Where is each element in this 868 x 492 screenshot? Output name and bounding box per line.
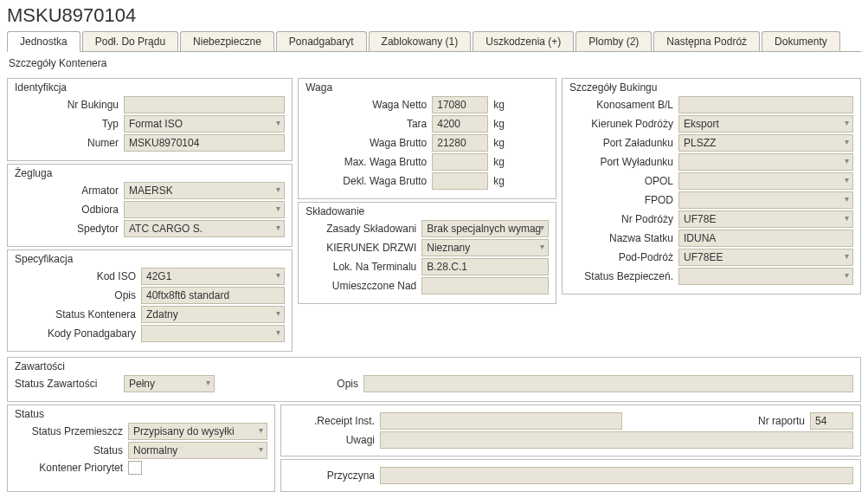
unit-kg: kg xyxy=(493,99,519,111)
opis-zawartosci-label: Opis xyxy=(220,378,358,390)
armator-label: Armator xyxy=(15,184,119,197)
nazwa-statku-field[interactable]: IDUNA xyxy=(678,230,853,247)
lok-terminalu-label: Lok. Na Terminalu xyxy=(305,261,416,273)
status-bezp-label: Status Bezpieczeń. xyxy=(569,270,673,282)
opis-label: Opis xyxy=(15,289,136,301)
nr-raportu-field[interactable]: 54 xyxy=(810,412,853,430)
pod-podroz-label: Pod-Podróż xyxy=(569,251,673,263)
bukingu-group: Szczegóły Bukingu Konosament B/L Kierune… xyxy=(562,78,861,295)
tab-nastepna-podroz[interactable]: Następna Podróż xyxy=(653,31,760,51)
specyfikacja-group: Specyfikacja Kod ISO 42G1 Opis 40ftx8ft6… xyxy=(7,249,293,352)
zegluga-group: Żegluga Armator MAERSK Odbiora Spedytor … xyxy=(7,164,293,247)
tab-ponadgabaryt[interactable]: Ponadgabaryt xyxy=(276,31,367,51)
nr-podrozy-label: Nr Podróży xyxy=(569,213,673,225)
max-waga-brutto-field[interactable] xyxy=(432,153,488,171)
konosament-label: Konosament B/L xyxy=(569,99,673,111)
konosament-field[interactable] xyxy=(678,96,853,113)
nazwa-statku-label: Nazwa Statku xyxy=(569,232,673,244)
armator-field[interactable]: MAERSK xyxy=(124,182,285,199)
skladowanie-group: Składowanie Zasady Składowani Brak specj… xyxy=(298,202,556,304)
zasady-label: Zasady Składowani xyxy=(305,223,416,235)
status-group: Status Status PrzemieszczPrzypisany do w… xyxy=(7,405,275,492)
kierunek-drzwi-select[interactable]: Nieznany xyxy=(421,239,549,256)
status-przemieszcz-label: Status Przemieszcz xyxy=(15,425,123,437)
zawartosci-group: Zawartości Status Zawartości Pełny Opis xyxy=(7,357,861,402)
waga-group: Waga Waga Netto 17080 kg Tara 4200 kg Wa… xyxy=(298,78,556,199)
identyfikcja-group: Identyfikcja Nr Bukingu Typ Format ISO N… xyxy=(7,78,293,161)
waga-brutto-label: Waga Brutto xyxy=(305,137,427,149)
spedytor-field[interactable]: ATC CARGO S. xyxy=(124,220,285,237)
bukingu-title: Szczegóły Bukingu xyxy=(569,81,853,94)
status-kontenera-select[interactable]: Zdatny xyxy=(141,306,285,323)
specyfikacja-title: Specyfikacja xyxy=(15,253,285,265)
typ-select[interactable]: Format ISO xyxy=(124,115,285,133)
tab-dokumenty[interactable]: Dokumenty xyxy=(762,31,840,51)
uwagi-label: Uwagi xyxy=(288,434,375,446)
status-zawartosci-select[interactable]: Pełny xyxy=(124,375,215,392)
status-kontenera-label: Status Kontenera xyxy=(15,308,136,320)
port-zaladunku-field[interactable]: PLSZZ xyxy=(678,134,853,152)
tara-label: Tara xyxy=(305,118,427,130)
page-title: MSKU8970104 xyxy=(0,0,868,31)
receipt-inst-label: .Receipt Inst. xyxy=(288,415,375,427)
status-bezp-field[interactable] xyxy=(678,268,853,285)
kontener-priorytet-checkbox[interactable] xyxy=(128,461,142,475)
port-wyladunku-field[interactable] xyxy=(678,153,853,171)
waga-brutto-field[interactable]: 21280 xyxy=(432,134,488,152)
status-title: Status xyxy=(15,408,267,420)
przyczyna-label: Przyczyna xyxy=(288,469,375,482)
odbiora-field[interactable] xyxy=(124,201,285,218)
kody-ponadgabary-label: Kody Ponadgabary xyxy=(15,327,136,340)
opis-zawartosci-field[interactable] xyxy=(363,375,853,392)
zasady-select[interactable]: Brak specjalnych wymag xyxy=(421,220,549,237)
zegluga-title: Żegluga xyxy=(15,167,285,179)
skladowanie-title: Składowanie xyxy=(305,205,549,217)
przyczyna-group: Przyczyna xyxy=(280,459,861,492)
tab-plomby[interactable]: Plomby (2) xyxy=(575,31,652,51)
tab-zablokowany[interactable]: Zablokowany (1) xyxy=(369,31,472,51)
waga-netto-label: Waga Netto xyxy=(305,99,427,111)
kody-ponadgabary-field[interactable] xyxy=(141,325,285,342)
tab-uszkodzenia[interactable]: Uszkodzenia (+) xyxy=(473,31,574,51)
numer-label: Numer xyxy=(15,137,119,149)
fpod-field[interactable] xyxy=(678,191,853,209)
umieszczone-label: Umieszczone Nad xyxy=(305,280,416,292)
pod-podroz-field[interactable]: UF78EE xyxy=(678,249,853,266)
waga-title: Waga xyxy=(305,81,549,94)
tab-niebezpieczne[interactable]: Niebezpieczne xyxy=(180,31,274,51)
receipt-group: .Receipt Inst. Nr raportu 54 Uwagi xyxy=(280,405,861,456)
tabs: Jednostka Podł. Do Prądu Niebezpieczne P… xyxy=(7,31,861,52)
spedytor-label: Spedytor xyxy=(15,223,119,235)
nr-bukingu-field[interactable] xyxy=(124,96,285,113)
tab-podl-do-pradu[interactable]: Podł. Do Prądu xyxy=(82,31,178,51)
port-zaladunku-label: Port Załadunku xyxy=(569,137,673,149)
status-status-select[interactable]: Normalny xyxy=(128,442,267,459)
kontener-priorytet-label: Kontener Priorytet xyxy=(15,462,123,474)
kierunek-drzwi-label: KIERUNEK DRZWI xyxy=(305,242,416,254)
typ-label: Typ xyxy=(15,118,119,130)
nr-bukingu-label: Nr Bukingu xyxy=(15,99,119,111)
kod-iso-field[interactable]: 42G1 xyxy=(141,268,285,285)
kierunek-podrozy-select[interactable]: Eksport xyxy=(678,115,853,133)
umieszczone-field[interactable] xyxy=(421,277,549,295)
tab-jednostka[interactable]: Jednostka xyxy=(7,31,80,52)
dekl-waga-brutto-field[interactable] xyxy=(432,172,488,190)
status-status-label: Status xyxy=(15,444,123,456)
tara-field[interactable]: 4200 xyxy=(432,115,488,133)
numer-field[interactable]: MSKU8970104 xyxy=(124,134,285,152)
opis-field[interactable]: 40ftx8ft6 standard xyxy=(141,287,285,304)
opol-field[interactable] xyxy=(678,172,853,190)
unit-kg: kg xyxy=(493,118,519,130)
receipt-inst-field[interactable] xyxy=(380,412,622,430)
nr-raportu-label: Nr raportu xyxy=(627,415,805,427)
przyczyna-field[interactable] xyxy=(380,467,853,484)
nr-podrozy-field[interactable]: UF78E xyxy=(678,210,853,228)
waga-netto-field[interactable]: 17080 xyxy=(432,96,488,113)
max-waga-brutto-label: Max. Waga Brutto xyxy=(305,156,427,168)
unit-kg: kg xyxy=(493,137,519,149)
status-przemieszcz-select[interactable]: Przypisany do wysyłki xyxy=(128,423,267,440)
lok-terminalu-field[interactable]: B.28.C.1 xyxy=(421,258,549,275)
identyfikcja-title: Identyfikcja xyxy=(15,81,285,94)
uwagi-field[interactable] xyxy=(380,431,853,449)
kierunek-podrozy-label: Kierunek Podróży xyxy=(569,118,673,130)
